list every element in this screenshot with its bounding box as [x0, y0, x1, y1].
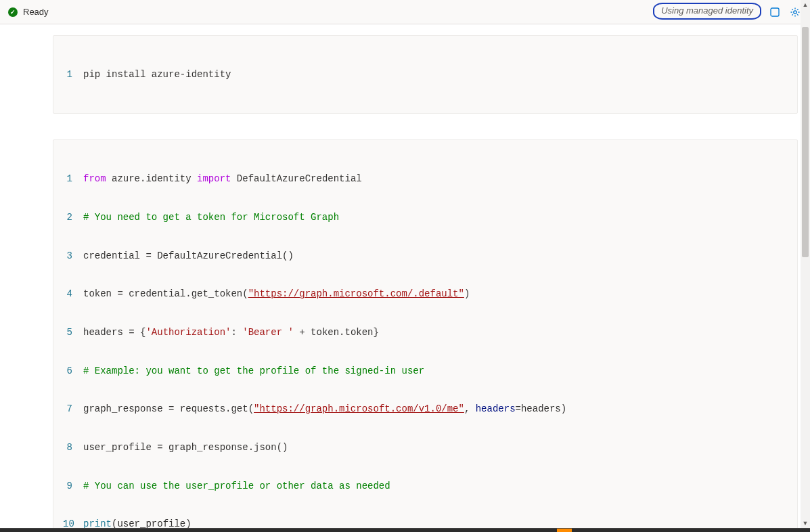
code-text: # You can use the user_profile or other … — [83, 480, 788, 493]
svg-rect-0 — [771, 8, 779, 16]
line-number: 1 — [63, 173, 83, 185]
code-cell[interactable]: 1pip install azure-identity — [0, 31, 810, 118]
scroll-up-icon[interactable]: ▲ — [801, 0, 810, 9]
line-number: 5 — [63, 326, 83, 339]
code-cell[interactable]: 1from azure.identity import DefaultAzure… — [0, 135, 810, 532]
toolbar: Ready Using managed identity — [0, 0, 810, 24]
line-number: 1 — [63, 68, 83, 81]
code-text: # You need to get a token for Microsoft … — [83, 211, 788, 224]
status-text: Ready — [23, 7, 49, 17]
line-number: 8 — [63, 441, 83, 454]
cell-gutter — [0, 35, 53, 114]
code-text: from azure.identity import DefaultAzureC… — [83, 173, 788, 185]
stop-icon[interactable] — [768, 5, 782, 19]
code-editor[interactable]: 1from azure.identity import DefaultAzure… — [53, 139, 798, 532]
scrollbar-thumb[interactable] — [802, 27, 809, 257]
line-number: 6 — [63, 365, 83, 378]
vertical-scrollbar[interactable]: ▲ ▼ — [801, 0, 810, 532]
notebook: 1pip install azure-identity 1from azure.… — [0, 24, 810, 532]
code-text: graph_response = requests.get("https://g… — [83, 403, 788, 416]
code-text: user_profile = graph_response.json() — [83, 441, 788, 454]
bottom-bar-marker — [557, 529, 572, 532]
line-number: 4 — [63, 288, 83, 301]
code-text: pip install azure-identity — [83, 68, 788, 81]
line-number: 9 — [63, 480, 83, 493]
scroll-down-icon[interactable]: ▼ — [801, 518, 810, 528]
status-success-icon — [8, 7, 18, 17]
bottom-bar — [0, 528, 810, 532]
gear-icon[interactable] — [788, 5, 802, 19]
cell-gutter — [0, 139, 53, 532]
code-text: headers = {'Authorization': 'Bearer ' + … — [83, 326, 788, 339]
line-number: 2 — [63, 211, 83, 224]
line-number: 7 — [63, 403, 83, 416]
identity-label: Using managed identity — [653, 3, 761, 20]
code-text: token = credential.get_token("https://gr… — [83, 288, 788, 301]
code-text: # Example: you want to get the profile o… — [83, 365, 788, 378]
line-number: 3 — [63, 250, 83, 263]
code-editor[interactable]: 1pip install azure-identity — [53, 35, 798, 114]
svg-point-1 — [794, 10, 796, 13]
code-text: credential = DefaultAzureCredential() — [83, 250, 788, 263]
toolbar-right: Using managed identity — [653, 3, 802, 20]
